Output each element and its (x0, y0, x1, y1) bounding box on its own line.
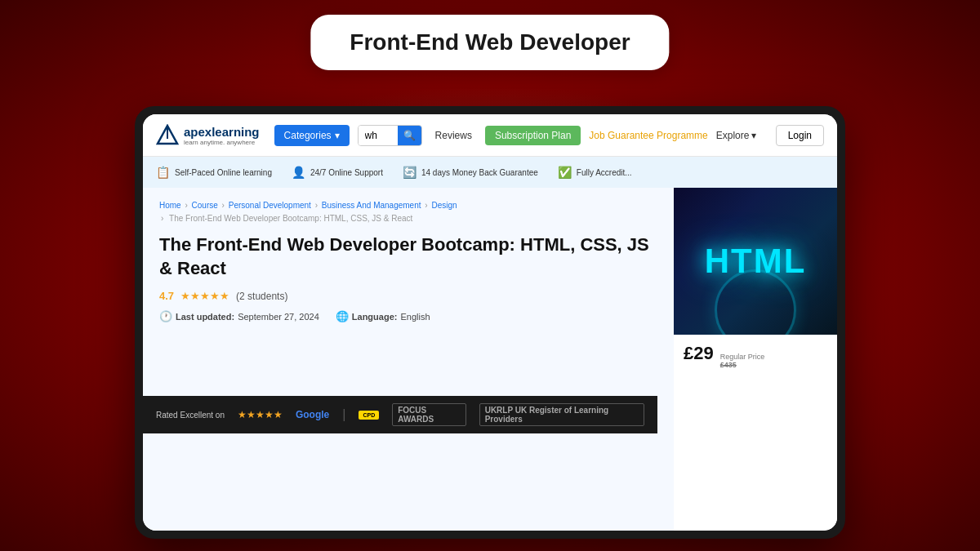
price-area: £29 Regular Price £435 (674, 335, 837, 377)
breadcrumb-design[interactable]: Design (431, 201, 457, 210)
breadcrumb-sep-3: › (315, 201, 320, 210)
accredited-icon: ✅ (558, 166, 572, 179)
breadcrumb-course[interactable]: Course (192, 201, 218, 210)
html-badge: HTML (705, 242, 807, 281)
regular-price-value: £435 (720, 361, 765, 369)
google-label: Google (296, 409, 329, 420)
self-paced-icon: 📋 (156, 166, 170, 179)
main-content: Home › Course › Personal Development › B… (143, 188, 837, 531)
search-wrapper: 🔍 (358, 125, 422, 146)
reviews-link[interactable]: Reviews (430, 127, 477, 144)
course-image: HTML (674, 188, 837, 335)
focus-awards-logo: FOCUS AWARDS (392, 403, 466, 426)
device-screen: apexlearning learn anytime. anywhere Cat… (143, 114, 837, 531)
strip-stars: ★★★★★ (238, 409, 283, 420)
subscription-button[interactable]: Subscription Plan (485, 126, 581, 145)
rating-number: 4.7 (159, 290, 174, 302)
info-support: 👤 24/7 Online Support (292, 166, 383, 179)
breadcrumb-personal-dev[interactable]: Personal Development (229, 201, 311, 210)
language-label: Language: (352, 312, 398, 322)
search-input[interactable] (359, 126, 398, 145)
updated-value: September 27, 2024 (238, 312, 319, 322)
logo-text: apexlearning learn anytime. anywhere (184, 125, 260, 146)
bottom-strip: Rated Excellent on ★★★★★ Google | CPD FO… (143, 396, 657, 433)
rating-stars: ★★★★★ (180, 290, 229, 302)
breadcrumb-sep-5: › (161, 214, 166, 223)
breadcrumb-sep-1: › (185, 201, 189, 210)
logo-tagline: learn anytime. anywhere (184, 139, 260, 146)
cpd-badge: CPD (359, 411, 379, 420)
info-money-back: 🔄 14 days Money Back Guarantee (403, 166, 538, 179)
language-value: English (400, 312, 430, 322)
content-right: HTML £29 Regular Price £435 (674, 188, 837, 531)
navbar: apexlearning learn anytime. anywhere Cat… (143, 114, 837, 157)
meta-language: 🌐 Language: English (336, 310, 430, 322)
breadcrumb-sep-4: › (425, 201, 430, 210)
device-frame: apexlearning learn anytime. anywhere Cat… (135, 106, 845, 539)
breadcrumb-business[interactable]: Business And Management (322, 201, 421, 210)
meta-updated: 🕐 Last updated: September 27, 2024 (159, 310, 319, 322)
logo-icon (156, 124, 179, 147)
chevron-down-icon: ▾ (335, 130, 340, 141)
breadcrumb-home[interactable]: Home (159, 201, 181, 210)
globe-icon: 🌐 (336, 310, 349, 322)
clock-icon: 🕐 (159, 310, 172, 322)
floating-label: Front-End Web Developer (310, 15, 669, 70)
strip-divider: | (342, 407, 345, 422)
explore-menu[interactable]: Explore ▾ (716, 130, 757, 141)
breadcrumb-sep-2: › (222, 201, 227, 210)
student-count: (2 students) (236, 291, 287, 302)
breadcrumb: Home › Course › Personal Development › B… (159, 199, 657, 225)
login-button[interactable]: Login (776, 125, 824, 146)
rated-text: Rated Excellent on (156, 411, 225, 420)
logo[interactable]: apexlearning learn anytime. anywhere (156, 124, 260, 147)
job-guarantee-link[interactable]: Job Guarantee Programme (589, 130, 707, 141)
info-bar: 📋 Self-Paced Online learning 👤 24/7 Onli… (143, 157, 837, 188)
rating-row: 4.7 ★★★★★ (2 students) (159, 290, 657, 302)
categories-button[interactable]: Categories ▾ (274, 125, 350, 146)
breadcrumb-current: The Front-End Web Developer Bootcamp: HT… (169, 214, 412, 223)
info-accredited: ✅ Fully Accredit... (558, 166, 632, 179)
content-left: Home › Course › Personal Development › B… (143, 188, 674, 531)
info-self-paced: 📋 Self-Paced Online learning (156, 166, 272, 179)
updated-label: Last updated: (176, 312, 234, 322)
price-main: £29 (684, 343, 714, 364)
regular-price-label: Regular Price (720, 353, 765, 361)
logo-name: apexlearning (184, 125, 260, 139)
meta-row: 🕐 Last updated: September 27, 2024 🌐 Lan… (159, 310, 657, 322)
chevron-down-icon: ▾ (751, 130, 756, 141)
search-button[interactable]: 🔍 (398, 126, 421, 145)
course-title: The Front-End Web Developer Bootcamp: HT… (159, 233, 657, 280)
money-back-icon: 🔄 (403, 166, 416, 179)
ukrlp-logo: UKRLP UK Register of Learning Providers (479, 403, 644, 426)
support-icon: 👤 (292, 166, 305, 179)
